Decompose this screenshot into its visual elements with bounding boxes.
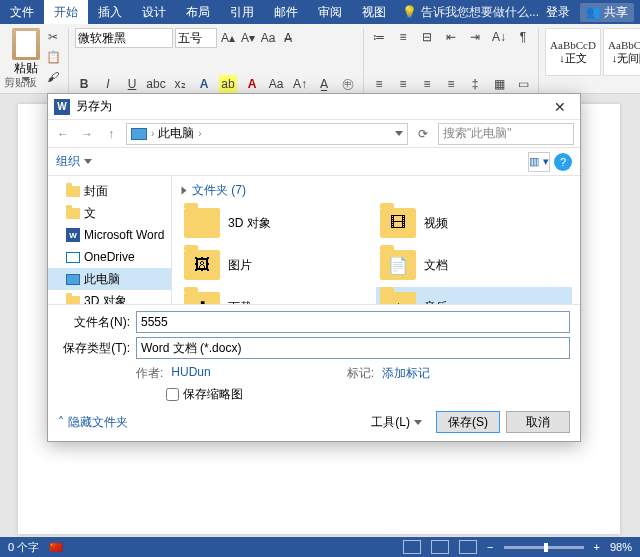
breadcrumb-item[interactable]: 此电脑: [158, 125, 194, 142]
zoom-slider[interactable]: [504, 546, 584, 549]
subscript-button[interactable]: x₂: [171, 75, 189, 93]
char-border-button[interactable]: A̲: [315, 75, 333, 93]
save-thumbnail-label: 保存缩略图: [183, 386, 243, 403]
search-input[interactable]: 搜索"此电脑": [438, 123, 574, 145]
tree-item[interactable]: 封面: [48, 180, 171, 202]
tree-item[interactable]: OneDrive: [48, 246, 171, 268]
tab-file[interactable]: 文件: [0, 0, 44, 24]
justify-button[interactable]: ≡: [442, 75, 460, 93]
login-link[interactable]: 登录: [546, 4, 570, 21]
refresh-button[interactable]: ⟳: [414, 125, 432, 143]
cut-button[interactable]: ✂: [44, 28, 62, 46]
tab-insert[interactable]: 插入: [88, 0, 132, 24]
grow-font-button[interactable]: A▴: [219, 29, 237, 47]
read-mode-button[interactable]: [403, 540, 421, 554]
align-left-button[interactable]: ≡: [370, 75, 388, 93]
tab-references[interactable]: 引用: [220, 0, 264, 24]
tab-layout[interactable]: 布局: [176, 0, 220, 24]
font-size-select[interactable]: [175, 28, 217, 48]
numbering-button[interactable]: ≡: [394, 28, 412, 46]
change-case-button[interactable]: Aa: [259, 29, 277, 47]
format-painter-button[interactable]: 🖌: [44, 68, 62, 86]
shrink-font-button[interactable]: A▾: [239, 29, 257, 47]
phonetic-button[interactable]: Aa: [267, 75, 285, 93]
folder-item[interactable]: ♪音乐: [376, 287, 572, 304]
cancel-button[interactable]: 取消: [506, 411, 570, 433]
style-normal[interactable]: AaBbCcD ↓正文: [545, 28, 601, 76]
zoom-out-button[interactable]: −: [487, 541, 493, 553]
style-name: ↓正文: [559, 51, 587, 66]
copy-button[interactable]: 📋: [44, 48, 62, 66]
tab-home[interactable]: 开始: [44, 0, 88, 24]
multilevel-button[interactable]: ⊟: [418, 28, 436, 46]
save-thumbnail-checkbox[interactable]: [166, 388, 179, 401]
chevron-down-icon[interactable]: [395, 131, 403, 136]
increase-indent-button[interactable]: ⇥: [466, 28, 484, 46]
tags-value[interactable]: 添加标记: [382, 365, 430, 382]
tree-item[interactable]: WMicrosoft Word: [48, 224, 171, 246]
web-layout-button[interactable]: [459, 540, 477, 554]
strike-button[interactable]: abc: [147, 75, 165, 93]
tree-item[interactable]: 此电脑: [48, 268, 171, 290]
tree-item[interactable]: 文: [48, 202, 171, 224]
organize-menu[interactable]: 组织: [56, 153, 80, 170]
tools-menu[interactable]: 工具(L): [363, 411, 430, 433]
tree-item[interactable]: 3D 对象: [48, 290, 171, 304]
zoom-value[interactable]: 98%: [610, 541, 632, 553]
text-effects-button[interactable]: A: [195, 75, 213, 93]
tab-review[interactable]: 审阅: [308, 0, 352, 24]
tab-design[interactable]: 设计: [132, 0, 176, 24]
highlight-button[interactable]: ab: [219, 75, 237, 93]
tab-view[interactable]: 视图: [352, 0, 396, 24]
view-options-button[interactable]: ▥ ▾: [528, 152, 550, 172]
style-no-spacing[interactable]: AaBbCcD ↓无间隔: [603, 28, 640, 76]
nav-forward-button[interactable]: →: [78, 125, 96, 143]
print-layout-button[interactable]: [431, 540, 449, 554]
borders-button[interactable]: ▭: [514, 75, 532, 93]
nav-back-button[interactable]: ←: [54, 125, 72, 143]
share-button[interactable]: 👥 共享: [580, 3, 634, 22]
chevron-down-icon: [182, 187, 187, 195]
bold-button[interactable]: B: [75, 75, 93, 93]
folder-item[interactable]: 📄文档: [376, 245, 572, 285]
breadcrumb[interactable]: › 此电脑 ›: [126, 123, 408, 145]
language-button[interactable]: 🇨🇳: [49, 541, 63, 554]
ribbon: 粘贴 ✂ 📋 🖌 A▴ A▾ Aa A̶ B I U abc x₂ A ab A…: [0, 24, 640, 94]
help-button[interactable]: ?: [554, 153, 572, 171]
align-center-button[interactable]: ≡: [394, 75, 412, 93]
ribbon-tabs: 文件 开始 插入 设计 布局 引用 邮件 审阅 视图 💡 告诉我您想要做什么..…: [0, 0, 640, 24]
styles-gallery[interactable]: AaBbCcD ↓正文 AaBbCcD ↓无间隔 AaB 标题 1: [545, 28, 640, 76]
filename-label: 文件名(N):: [58, 314, 130, 331]
bullets-button[interactable]: ≔: [370, 28, 388, 46]
decrease-indent-button[interactable]: ⇤: [442, 28, 460, 46]
italic-button[interactable]: I: [99, 75, 117, 93]
word-count[interactable]: 0 个字: [8, 540, 39, 555]
folder-item[interactable]: 🖼图片: [180, 245, 376, 285]
font-color-button[interactable]: A: [243, 75, 261, 93]
zoom-in-button[interactable]: +: [594, 541, 600, 553]
hide-folders-link[interactable]: ˄ 隐藏文件夹: [58, 414, 128, 431]
save-button[interactable]: 保存(S): [436, 411, 500, 433]
author-value[interactable]: HUDun: [171, 365, 210, 382]
folder-item[interactable]: ⬇下载: [180, 287, 376, 304]
clear-format-button[interactable]: A̶: [279, 29, 297, 47]
nav-up-button[interactable]: ↑: [102, 125, 120, 143]
shading-button[interactable]: ▦: [490, 75, 508, 93]
align-right-button[interactable]: ≡: [418, 75, 436, 93]
tree-item-label: OneDrive: [84, 250, 135, 264]
tab-mail[interactable]: 邮件: [264, 0, 308, 24]
font-name-select[interactable]: [75, 28, 173, 48]
enclose-circle-button[interactable]: ㊥: [339, 75, 357, 93]
line-spacing-button[interactable]: ‡: [466, 75, 484, 93]
filename-input[interactable]: [136, 311, 570, 333]
filetype-select[interactable]: [136, 337, 570, 359]
sort-button[interactable]: A↓: [490, 28, 508, 46]
folder-item[interactable]: 🎞视频: [376, 203, 572, 243]
folder-item[interactable]: 3D 对象: [180, 203, 376, 243]
show-marks-button[interactable]: ¶: [514, 28, 532, 46]
tell-me[interactable]: 💡 告诉我您想要做什么...: [402, 4, 539, 21]
close-button[interactable]: ✕: [546, 97, 574, 117]
enclose-button[interactable]: A↑: [291, 75, 309, 93]
underline-button[interactable]: U: [123, 75, 141, 93]
section-header[interactable]: 文件夹 (7): [180, 182, 572, 199]
